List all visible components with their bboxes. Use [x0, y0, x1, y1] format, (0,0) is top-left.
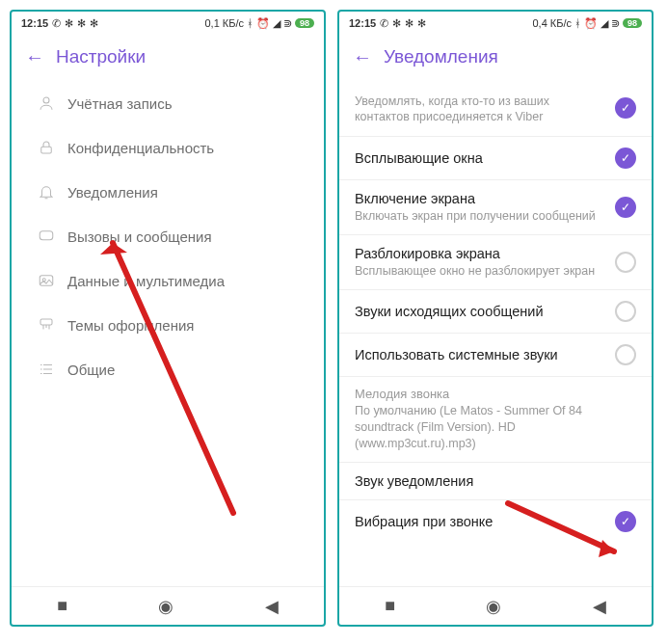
- alarm-icon: ⏰: [584, 17, 598, 30]
- notifications-list: Уведомлять, когда кто-то из ваших контак…: [339, 81, 652, 586]
- chat-icon: [33, 228, 60, 245]
- settings-icon: ✻: [392, 17, 401, 30]
- nav-home-icon[interactable]: ◉: [486, 596, 501, 617]
- media-icon: [33, 272, 60, 289]
- row-title: Вибрация при звонке: [355, 514, 607, 529]
- status-data: 0,1 КБ/с: [204, 17, 244, 29]
- svg-point-0: [43, 97, 49, 103]
- settings-icon: ✻: [65, 17, 73, 30]
- user-icon: [33, 94, 60, 112]
- settings-icon: ✻: [405, 17, 414, 30]
- row-outgoing-sounds[interactable]: Звуки исходящих сообщений: [339, 290, 652, 334]
- back-icon[interactable]: ←: [25, 47, 56, 67]
- settings-icon: ✻: [77, 17, 86, 30]
- page-title: Уведомления: [384, 46, 498, 67]
- status-time: 12:15: [349, 17, 376, 29]
- menu-label: Учётная запись: [60, 95, 173, 112]
- signal-icon: ◢: [600, 17, 608, 30]
- bluetooth-icon: ᚼ: [247, 17, 253, 29]
- toggle[interactable]: [615, 148, 636, 169]
- bell-icon: [33, 183, 60, 201]
- toggle[interactable]: [615, 511, 636, 532]
- row-title: Разблокировка экрана: [355, 246, 607, 261]
- row-wake-screen[interactable]: Включение экрана Включать экран при полу…: [339, 180, 652, 235]
- statusbar: 12:15 ✆ ✻ ✻ ✻ 0,1 КБ/с ᚼ ⏰ ◢ ⋑ 98: [12, 12, 324, 35]
- wifi-icon: ⋑: [611, 17, 620, 30]
- svg-point-4: [42, 279, 45, 282]
- row-title: Включение экрана: [355, 191, 607, 206]
- row-unlock-screen[interactable]: Разблокировка экрана Всплывающее окно не…: [339, 235, 652, 290]
- menu-item-media[interactable]: Данные и мультимедиа: [12, 258, 324, 303]
- list-icon: [33, 361, 60, 378]
- row-contact-joined[interactable]: Уведомлять, когда кто-то из ваших контак…: [339, 81, 652, 137]
- battery-icon: 98: [295, 18, 314, 28]
- toggle[interactable]: [615, 252, 636, 273]
- bluetooth-icon: ᚼ: [574, 17, 581, 29]
- status-time: 12:15: [21, 17, 48, 29]
- navbar: ■ ◉ ◀: [339, 586, 652, 625]
- menu-item-calls[interactable]: Вызовы и сообщения: [12, 214, 324, 258]
- settings-menu: Учётная запись Конфиденциальность Уведом…: [12, 81, 324, 586]
- back-icon[interactable]: ←: [353, 47, 384, 67]
- row-title: Использовать системные звуки: [355, 347, 607, 362]
- row-notification-sound[interactable]: Звук уведомления: [339, 462, 652, 500]
- statusbar: 12:15 ✆ ✻ ✻ ✻ 0,4 КБ/с ᚼ ⏰ ◢ ⋑ 98: [339, 12, 652, 35]
- menu-label: Общие: [60, 362, 115, 378]
- alarm-icon: ⏰: [256, 17, 270, 30]
- svg-rect-3: [40, 276, 53, 286]
- status-data: 0,4 КБ/с: [532, 17, 572, 29]
- menu-item-general[interactable]: Общие: [12, 347, 324, 391]
- menu-label: Конфиденциальность: [60, 140, 214, 156]
- nav-back-icon[interactable]: ◀: [265, 596, 279, 617]
- svg-rect-1: [41, 147, 52, 153]
- brush-icon: [33, 316, 60, 334]
- page-title: Настройки: [56, 46, 146, 67]
- menu-label: Темы оформления: [60, 317, 194, 334]
- row-title: Звук уведомления: [355, 473, 628, 489]
- svg-rect-5: [40, 319, 52, 325]
- phone-right: 12:15 ✆ ✻ ✻ ✻ 0,4 КБ/с ᚼ ⏰ ◢ ⋑ 98 ← Увед…: [337, 10, 654, 627]
- whatsapp-icon: ✆: [52, 17, 61, 30]
- settings-icon: ✻: [417, 17, 426, 30]
- toggle[interactable]: [615, 97, 636, 119]
- menu-item-privacy[interactable]: Конфиденциальность: [12, 125, 324, 170]
- row-title: Всплывающие окна: [355, 150, 607, 166]
- toggle[interactable]: [615, 301, 636, 322]
- row-title: Звуки исходящих сообщений: [355, 304, 607, 319]
- signal-icon: ◢: [273, 17, 280, 30]
- ringtone-header: Мелодия звонка: [339, 377, 652, 403]
- row-popups[interactable]: Всплывающие окна: [339, 137, 652, 180]
- menu-label: Данные и мультимедиа: [60, 273, 225, 289]
- battery-icon: 98: [623, 18, 642, 28]
- nav-back-icon[interactable]: ◀: [593, 596, 606, 617]
- row-sub: Всплывающее окно не разблокирует экран: [355, 263, 607, 279]
- settings-icon: ✻: [90, 17, 98, 30]
- menu-item-notifications[interactable]: Уведомления: [12, 170, 324, 214]
- lock-icon: [33, 139, 60, 156]
- whatsapp-icon: ✆: [380, 17, 388, 30]
- menu-label: Вызовы и сообщения: [60, 228, 212, 245]
- nav-home-icon[interactable]: ◉: [158, 596, 173, 617]
- nav-recents-icon[interactable]: ■: [385, 596, 395, 616]
- row-system-sounds[interactable]: Использовать системные звуки: [339, 334, 652, 377]
- ringtone-sub[interactable]: По умолчанию (Le Matos - Summer Of 84 so…: [339, 403, 652, 462]
- row-sub: Включать экран при получении сообщений: [355, 208, 607, 224]
- appbar: ← Уведомления: [339, 35, 652, 81]
- phone-left: 12:15 ✆ ✻ ✻ ✻ 0,1 КБ/с ᚼ ⏰ ◢ ⋑ 98 ← Наст…: [10, 10, 326, 627]
- toggle[interactable]: [615, 344, 636, 365]
- navbar: ■ ◉ ◀: [12, 586, 324, 625]
- menu-item-account[interactable]: Учётная запись: [12, 81, 324, 125]
- row-vibrate-on-call[interactable]: Вибрация при звонке: [339, 500, 652, 543]
- nav-recents-icon[interactable]: ■: [57, 596, 67, 616]
- menu-item-themes[interactable]: Темы оформления: [12, 303, 324, 347]
- toggle[interactable]: [615, 197, 636, 218]
- appbar: ← Настройки: [12, 35, 324, 81]
- wifi-icon: ⋑: [283, 17, 292, 30]
- menu-label: Уведомления: [60, 184, 158, 201]
- row-sub: Уведомлять, когда кто-то из ваших контак…: [355, 94, 607, 125]
